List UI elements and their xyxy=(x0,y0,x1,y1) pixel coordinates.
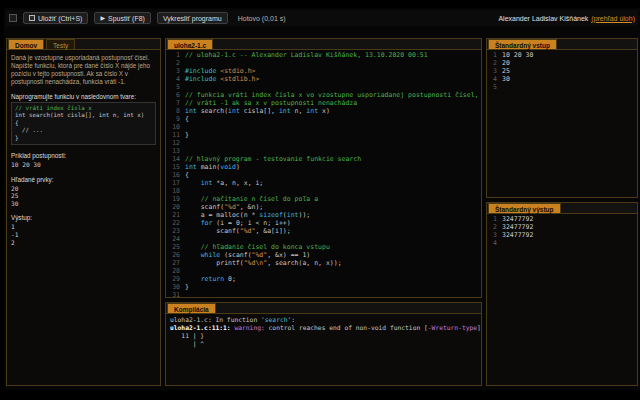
save-icon xyxy=(29,15,35,21)
save-button[interactable]: Uložiť (Ctrl+S) xyxy=(23,12,88,24)
line-2[interactable]: 220 xyxy=(487,59,637,67)
line-number: 3 xyxy=(487,231,497,239)
line-29[interactable]: 29 return 0; xyxy=(166,275,481,283)
line-28[interactable]: 28 xyxy=(166,267,481,275)
value-line: 20 xyxy=(11,185,156,193)
line-4[interactable]: 430 xyxy=(487,75,637,83)
line-number: 14 xyxy=(166,155,180,163)
status-text: Hotovo (0,01 s) xyxy=(238,15,286,22)
line-number: 5 xyxy=(487,83,497,91)
example-label: Príklad postupnosti: xyxy=(11,152,156,159)
line-number: 4 xyxy=(166,75,180,83)
line-13[interactable]: 13 xyxy=(166,147,481,155)
line-25[interactable]: 25 // hľadanie čísel do konca vstupu xyxy=(166,243,481,251)
line-22[interactable]: 22 for (i = 0; i < n; i++) xyxy=(166,219,481,227)
line-number: 2 xyxy=(166,59,180,67)
editor-file-tab[interactable]: uloha2-1.c xyxy=(167,39,213,49)
line-number: 13 xyxy=(166,147,180,155)
line-7[interactable]: 7// vráti -1 ak sa x v postupnosti nenac… xyxy=(166,99,481,107)
line-number: 16 xyxy=(166,171,180,179)
line-26[interactable]: 26 while (scanf("%d", &x) == 1) xyxy=(166,251,481,259)
stdin-tab[interactable]: Štandardný vstup xyxy=(488,39,557,49)
output-label: Výstup: xyxy=(11,214,156,221)
value-line: 1 xyxy=(11,223,156,231)
line-number: 18 xyxy=(166,187,180,195)
draw-program-label: Vykresliť programu xyxy=(163,15,222,22)
editor-panel: uloha2-1.c 1// uloha2-1.c -- Alexander L… xyxy=(165,38,482,298)
line-3[interactable]: 325 xyxy=(487,67,637,75)
play-icon: ▶ xyxy=(100,15,105,21)
task-tabs: DomovTesty xyxy=(7,39,160,50)
compile-tabs: Kompilácia xyxy=(166,303,481,314)
tab-testy[interactable]: Testy xyxy=(46,39,75,49)
line-15[interactable]: 15int main(void) xyxy=(166,163,481,171)
line-27[interactable]: 27 printf("%d\n", search(a, n, x)); xyxy=(166,259,481,267)
line-number: 2 xyxy=(487,59,497,67)
line-3: 11 | } xyxy=(170,332,477,340)
line-6[interactable]: 6// funkcia vráti index čísla x vo vzost… xyxy=(166,91,481,99)
line-1[interactable]: 1// uloha2-1.c -- Alexander Ladislav Kiš… xyxy=(166,51,481,59)
line-5[interactable]: 5 xyxy=(487,83,637,91)
line-number: 6 xyxy=(166,91,180,99)
stdin-tabs: Štandardný vstup xyxy=(487,39,637,50)
line-2[interactable]: 2 xyxy=(166,59,481,67)
line-19[interactable]: 19 // načítanie n čísel do poľa a xyxy=(166,195,481,203)
save-button-label: Uložiť (Ctrl+S) xyxy=(38,15,82,22)
line-number: 28 xyxy=(166,267,180,275)
compiler-output: uloha2-1.c: In function 'search':uloha2-… xyxy=(166,314,481,350)
run-button[interactable]: ▶ Spustiť (F8) xyxy=(94,12,150,24)
line-number: 24 xyxy=(166,235,180,243)
line-14[interactable]: 14// hlavný program - testovanie funkcie… xyxy=(166,155,481,163)
line-9[interactable]: 9{ xyxy=(166,115,481,123)
line-number: 19 xyxy=(166,195,180,203)
line-number: 12 xyxy=(166,139,180,147)
task-overview-link[interactable]: (prehľad úloh) xyxy=(591,15,635,22)
compile-tab[interactable]: Kompilácia xyxy=(167,303,216,313)
line-16[interactable]: 16{ xyxy=(166,171,481,179)
line-17[interactable]: 17 int *a, n, x, i; xyxy=(166,179,481,187)
line-number: 1 xyxy=(487,215,497,223)
line-8[interactable]: 8int search(int cisla[], int n, int x) xyxy=(166,107,481,115)
tab-domov[interactable]: Domov xyxy=(8,39,44,49)
line-23[interactable]: 23 scanf("%d", &a[i]); xyxy=(166,227,481,235)
line-1: uloha2-1.c: In function 'search': xyxy=(170,316,477,324)
toolbar: Uložiť (Ctrl+S) ▶ Spustiť (F8) Vykresliť… xyxy=(6,10,638,26)
line-3[interactable]: 3#include <stdio.h> xyxy=(166,67,481,75)
code-editor[interactable]: 1// uloha2-1.c -- Alexander Ladislav Kiš… xyxy=(166,50,481,297)
line-number: 22 xyxy=(166,219,180,227)
stdout-tab[interactable]: Štandardný výstup xyxy=(488,203,561,213)
line-5[interactable]: 5 xyxy=(166,83,481,91)
stdout-tabs: Štandardný výstup xyxy=(487,203,637,214)
editor-tabs: uloha2-1.c xyxy=(166,39,481,50)
draw-program-button[interactable]: Vykresliť programu xyxy=(157,12,228,24)
line-2: 232477792 xyxy=(487,223,637,231)
line-number: 4 xyxy=(487,239,497,247)
line-12[interactable]: 12 xyxy=(166,139,481,147)
line-5: } xyxy=(15,135,152,142)
output-values: 1-12 xyxy=(11,223,156,246)
line-31[interactable]: 31 xyxy=(166,291,481,297)
line-24[interactable]: 24 xyxy=(166,235,481,243)
line-number: 4 xyxy=(487,75,497,83)
line-10[interactable]: 10 xyxy=(166,123,481,131)
task-panel: DomovTesty Daná je vzostupne usporiadaná… xyxy=(6,38,161,386)
line-11[interactable]: 11} xyxy=(166,131,481,139)
line-4: // ... xyxy=(15,127,152,134)
prototype-label: Naprogramujte funkciu v nasledovnom tvar… xyxy=(11,93,156,100)
line-number: 1 xyxy=(166,51,180,59)
line-21[interactable]: 21 a = malloc(n * sizeof(int)); xyxy=(166,211,481,219)
stdin-content[interactable]: 110 20 302203254305 xyxy=(487,50,637,91)
value-line: 2 xyxy=(11,239,156,247)
line-number: 1 xyxy=(487,51,497,59)
line-1[interactable]: 110 20 30 xyxy=(487,51,637,59)
user-info: Alexander Ladislav Kišňánek (prehľad úlo… xyxy=(498,15,635,22)
line-30[interactable]: 30} xyxy=(166,283,481,291)
line-20[interactable]: 20 scanf("%d", &n); xyxy=(166,203,481,211)
line-number: 26 xyxy=(166,251,180,259)
search-values-label: Hľadané prvky: xyxy=(11,176,156,183)
line-number: 3 xyxy=(166,67,180,75)
line-18[interactable]: 18 xyxy=(166,187,481,195)
line-4[interactable]: 4#include <stdlib.h> xyxy=(166,75,481,83)
line-number: 31 xyxy=(166,291,180,297)
task-body: Daná je vzostupne usporiadaná postupnosť… xyxy=(7,50,160,250)
